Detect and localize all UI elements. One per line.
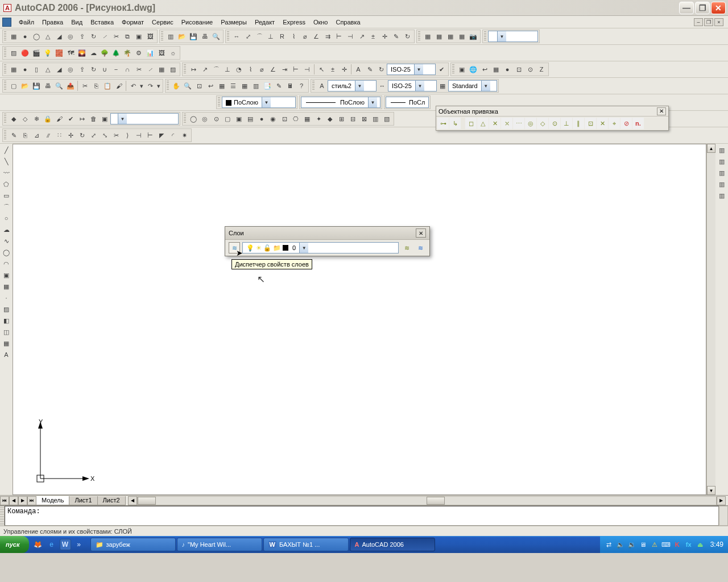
tab-sheet1[interactable]: Лист1 [69,496,97,505]
osnap-settings-icon[interactable]: n. [632,118,644,129]
d-quick-icon[interactable]: ⇥ [279,64,290,75]
menu-service[interactable]: Сервис [148,18,177,27]
extend-icon[interactable]: ⟩ [122,130,133,141]
re15-icon[interactable]: ⊟ [347,113,358,124]
menu-express[interactable]: Express [279,18,309,27]
trim-icon[interactable]: ✂ [110,130,122,141]
block-icon[interactable]: ▣ [1,270,11,280]
d-textedit-icon[interactable]: A [353,64,364,75]
tray-fx-icon[interactable]: fx [684,540,693,549]
mdi-minimize[interactable]: – [694,18,703,26]
re3-icon[interactable]: ⊙ [210,113,222,124]
preview-icon[interactable]: 🔍 [210,31,222,42]
dim-jog-icon[interactable]: ⌇ [288,31,299,42]
revcloud-icon[interactable]: ☁ [1,225,11,235]
d-arc-icon[interactable]: ⌒ [210,64,222,75]
dim-leader-icon[interactable]: ↗ [356,31,367,42]
dimstyle2-combo[interactable]: ISO-25▼ [388,80,437,92]
tray-network-icon[interactable]: ⇄ [605,540,614,549]
ellipse-icon[interactable]: ◯ [1,247,11,257]
tray-av-icon[interactable]: K [673,540,682,549]
hscroll-left[interactable]: ◀ [128,496,137,505]
osnap-par-icon[interactable]: ∥ [573,118,584,129]
osnap-end-icon[interactable]: ◻ [465,118,477,129]
layer-filter-combo[interactable]: ▼ [110,113,179,124]
stats-icon[interactable]: 📊 [144,47,156,59]
menu-format[interactable]: Формат [118,18,148,27]
open2-icon[interactable]: 📂 [19,80,31,92]
xline-icon[interactable]: ╲ [1,156,11,167]
ql-word-icon[interactable]: W [60,539,71,550]
menu-draw[interactable]: Рисование [177,18,217,27]
layercur-icon[interactable]: ✔ [65,113,76,124]
lweight-combo[interactable]: ПоСл [386,97,429,108]
hscroll-right[interactable]: ▶ [717,496,726,505]
save-icon[interactable]: 💾 [188,31,199,42]
chamfer-icon[interactable]: ◤ [156,130,167,141]
menu-file[interactable]: Файл [15,18,38,27]
polygon-icon[interactable]: ⬠ [1,179,11,189]
layer-combo[interactable]: 💡 ☀ 🔓 📁 0 ▼ [242,242,399,253]
rpref-icon[interactable]: 🖼 [156,47,167,59]
d-tedit-icon[interactable]: ✎ [364,64,375,75]
copy-icon[interactable]: ⎘ [90,80,102,92]
menu-dimensions[interactable]: Размеры [217,18,251,27]
explode-icon[interactable]: ✷ [179,130,190,141]
menu-help[interactable]: Справка [332,18,364,27]
array-icon[interactable]: ∷ [53,130,65,141]
re9-icon[interactable]: ⊡ [279,113,290,124]
layerlock-icon[interactable]: 🔒 [42,113,53,124]
point-icon[interactable]: · [1,293,11,303]
d-style-icon[interactable]: ✔ [436,64,447,75]
view-camera-icon[interactable]: 📷 [468,31,479,42]
textstyle-icon[interactable]: A [316,80,328,92]
copy2-icon[interactable]: ⎘ [19,130,31,141]
dim-angular-icon[interactable]: ∠ [311,31,322,42]
dim-center-icon[interactable]: ✛ [379,31,390,42]
d-ord-icon[interactable]: ⊥ [222,64,233,75]
mdi-doc-icon[interactable] [2,18,11,27]
d-jog-icon[interactable]: ⌇ [245,64,256,75]
slice2-icon[interactable]: ✂ [133,64,144,75]
plot-icon[interactable]: 🖶 [199,31,210,42]
tray-display-icon[interactable]: 🖥 [639,540,648,549]
markup2-icon[interactable]: ▥ [717,190,727,201]
task-word[interactable]: WБАХЫТ №1 ... [263,538,349,551]
layerfrz-icon[interactable]: ❄ [31,113,42,124]
osnap-ext-icon[interactable]: ⋯ [513,118,524,129]
scroll-up-button[interactable]: ▲ [707,144,715,153]
dim-baseline-icon[interactable]: ⊢ [333,31,345,42]
vstyle-combo[interactable]: ▼ [488,31,538,42]
torus-icon[interactable]: ◎ [65,31,76,42]
view-top-icon[interactable]: ▦ [422,31,433,42]
ucs-prev-icon[interactable]: ↩ [479,64,490,75]
scene-icon[interactable]: 🎬 [31,47,42,59]
task-folder[interactable]: 📁зарубеж [90,538,176,551]
d-leader-icon[interactable]: ↖ [316,64,327,75]
re11-icon[interactable]: ▦ [301,113,313,124]
fillet-icon[interactable]: ◜ [167,130,179,141]
mdi-restore[interactable]: ❐ [704,18,713,26]
mdi-close[interactable]: × [714,18,723,26]
tray-volume-icon[interactable]: 🔉 [627,540,636,549]
setup-icon[interactable]: ▣ [133,31,144,42]
box-icon[interactable]: ▦ [8,31,19,42]
pline-icon[interactable]: 〰 [1,168,11,178]
re16-icon[interactable]: ⊠ [358,113,370,124]
re18-icon[interactable]: ▧ [381,113,392,124]
tp-icon[interactable]: ▥ [250,80,262,92]
re7-icon[interactable]: ● [256,113,267,124]
d-update-icon[interactable]: ↻ [375,64,387,75]
re12-icon[interactable]: ✦ [313,113,324,124]
tab-prev-button[interactable]: ◀ [9,496,18,505]
ql-more-icon[interactable]: » [73,539,85,550]
setup3-icon[interactable]: ▨ [167,64,179,75]
dc2-icon[interactable]: ▥ [717,168,727,178]
rect-icon[interactable]: ▭ [1,190,11,201]
arc-icon[interactable]: ⌒ [1,202,11,212]
ucs-face-icon[interactable]: ▦ [490,64,502,75]
dim-aligned-icon[interactable]: ⤢ [242,31,254,42]
re8-icon[interactable]: ◉ [267,113,279,124]
dim-quick-icon[interactable]: ⇉ [322,31,333,42]
region-icon[interactable]: ◫ [1,327,11,337]
